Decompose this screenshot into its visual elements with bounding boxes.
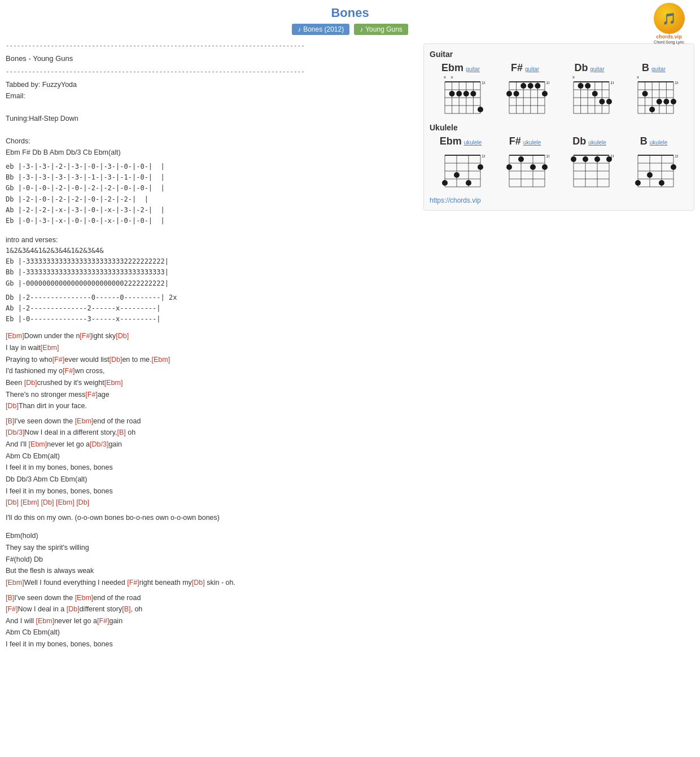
lyric-line: Abm Cb Ebm(alt) bbox=[6, 627, 412, 638]
lyric-text: end of the road bbox=[93, 594, 141, 602]
chord-link[interactable]: [Ebm] bbox=[41, 344, 59, 352]
song-tag[interactable]: ♪ Bones (2012) bbox=[292, 24, 349, 35]
chord-link[interactable]: [Ebm] bbox=[152, 356, 170, 364]
chord-link[interactable]: [Db] bbox=[76, 498, 89, 506]
lyric-text: age bbox=[98, 391, 110, 399]
lyric-line: [Db] [Ebm] [Db] [Ebm] [Db] bbox=[6, 497, 412, 509]
lyric-text: And I'll bbox=[6, 440, 29, 448]
lyric-line: Been [Db]crushed by it's weight[Ebm] bbox=[6, 377, 412, 389]
chord-link[interactable]: [F#] bbox=[97, 617, 110, 625]
guitar-chord-box: F# guitar 1fr bbox=[494, 62, 556, 117]
lyric-line: F#(hold) Db bbox=[6, 554, 412, 566]
chord-type-link[interactable]: ukulele bbox=[650, 139, 668, 146]
chord-link[interactable]: [Db/3] bbox=[6, 428, 24, 436]
svg-text:x: x bbox=[444, 75, 446, 80]
svg-point-36 bbox=[542, 91, 548, 97]
lyric-line: I feel it in my bones, bones, bones bbox=[6, 485, 412, 497]
page-title: Bones bbox=[0, 6, 700, 20]
artist-tag[interactable]: ♪ Young Guns bbox=[354, 24, 408, 35]
svg-point-50 bbox=[578, 83, 583, 89]
chord-link[interactable]: [Ebm] bbox=[75, 594, 94, 602]
lyric-line: [F#]Now I deal in a [Db]different story[… bbox=[6, 603, 412, 615]
chord-link[interactable]: [F#] bbox=[127, 579, 139, 587]
chord-type-link[interactable]: ukulele bbox=[588, 139, 606, 146]
lyric-text: I lay in wait bbox=[6, 344, 41, 352]
chord-name: Db bbox=[574, 62, 588, 74]
url-display[interactable]: https://chords.vip bbox=[430, 196, 688, 204]
blank-line-1 bbox=[6, 230, 412, 234]
chord-link[interactable]: [Db] bbox=[116, 332, 129, 340]
chord-link[interactable]: [B] bbox=[122, 605, 130, 613]
chord-link[interactable]: [F#] bbox=[80, 332, 92, 340]
chord-link[interactable]: [Db] bbox=[24, 379, 37, 387]
chord-link[interactable]: [Ebm] bbox=[104, 379, 123, 387]
main-layout: ----------------------------------------… bbox=[0, 38, 700, 653]
chord-link[interactable]: [F#] bbox=[85, 391, 98, 399]
svg-text:1fr: 1fr bbox=[546, 80, 549, 85]
lyric-text: ever would list bbox=[64, 356, 109, 364]
svg-text:1fr: 1fr bbox=[482, 80, 485, 85]
chord-link[interactable]: [Ebm] bbox=[6, 579, 24, 587]
chord-link[interactable]: [Db] bbox=[6, 498, 19, 506]
chord-link[interactable]: [Db] bbox=[67, 605, 80, 613]
divider-line-1: ----------------------------------------… bbox=[6, 41, 412, 51]
chord-link[interactable]: [F#] bbox=[63, 367, 75, 375]
svg-point-17 bbox=[470, 91, 476, 97]
guitar-chord-row: Ebm guitar 1frxx F# guitar 1fr Db guitar… bbox=[430, 62, 688, 117]
chord-link[interactable]: [B] bbox=[117, 428, 126, 436]
lyric-text: oh bbox=[126, 428, 135, 436]
lyric-line: But the flesh is always weak bbox=[6, 565, 412, 577]
svg-text:1fr: 1fr bbox=[610, 80, 614, 85]
music-icon: ♪ bbox=[298, 25, 301, 33]
chord-link[interactable]: [Ebm] bbox=[6, 332, 24, 340]
chord-link[interactable]: [Ebm] bbox=[20, 498, 39, 506]
chord-link[interactable]: [Ebm] bbox=[29, 440, 47, 448]
lyric-text: skin - oh. bbox=[205, 579, 235, 587]
artist-title: Bones - Young Guns bbox=[6, 53, 412, 65]
svg-point-113 bbox=[594, 156, 600, 162]
lyric-text: end of the road bbox=[93, 417, 141, 425]
lyric-line: [B]I've seen down the [Ebm]end of the ro… bbox=[6, 415, 412, 427]
svg-point-72 bbox=[671, 99, 676, 104]
person-icon: ♪ bbox=[360, 25, 363, 33]
svg-point-16 bbox=[463, 91, 469, 97]
chord-link[interactable]: [F#] bbox=[6, 605, 18, 613]
svg-point-68 bbox=[642, 91, 648, 97]
chord-link[interactable]: [F#] bbox=[53, 356, 65, 364]
chord-link[interactable]: [Ebm] bbox=[36, 617, 55, 625]
chord-link[interactable]: [B] bbox=[6, 594, 14, 602]
lyric-line: I lay in wait[Ebm] bbox=[6, 342, 412, 354]
svg-point-112 bbox=[583, 156, 588, 162]
chord-type-link[interactable]: guitar bbox=[525, 66, 539, 72]
right-panel: Guitar Ebm guitar 1frxx F# guitar 1fr Db… bbox=[418, 41, 700, 650]
chord-link[interactable]: [Db] bbox=[6, 402, 19, 410]
chord-type-link[interactable]: guitar bbox=[466, 66, 480, 72]
chord-diagram: 1fr bbox=[437, 148, 485, 191]
intro-tab: 1&2&3&4&1&2&3&4&1&2&3&4& Eb |-3333333333… bbox=[6, 246, 412, 289]
lyric-text: ight sky bbox=[92, 332, 116, 340]
lyric-text: Now I deal in a different story, bbox=[24, 428, 117, 436]
svg-point-52 bbox=[592, 91, 597, 97]
chord-link[interactable]: [Db] bbox=[41, 498, 54, 506]
guitar-chord-box: Ebm guitar 1frxx bbox=[430, 62, 492, 117]
svg-point-71 bbox=[663, 99, 669, 104]
chord-link[interactable]: [Db] bbox=[192, 579, 205, 587]
tag-row: ♪ Bones (2012) ♪ Young Guns bbox=[0, 24, 700, 35]
lyric-text: I'd fashioned my o bbox=[6, 367, 63, 375]
chord-type-link[interactable]: ukulele bbox=[464, 139, 482, 146]
ukulele-chord-box: Ebm ukulele 1fr bbox=[430, 135, 492, 191]
tab-info: Tabbed by: FuzzyYoda Email: Tuning:Half-… bbox=[6, 79, 412, 158]
chord-link[interactable]: [Ebm] bbox=[75, 417, 94, 425]
lyric-line: Db Db/3 Abm Cb Ebm(alt) bbox=[6, 474, 412, 485]
lyric-line: Ebm(hold) bbox=[6, 530, 412, 542]
chord-link[interactable]: [B] bbox=[6, 417, 14, 425]
chord-type-link[interactable]: guitar bbox=[651, 66, 666, 72]
lyric-text: Well I found everything I needed bbox=[24, 579, 128, 587]
chord-link[interactable]: [Db] bbox=[109, 356, 122, 364]
svg-text:1fr: 1fr bbox=[675, 154, 678, 159]
svg-point-54 bbox=[606, 99, 612, 104]
chord-link[interactable]: [Db/3] bbox=[90, 440, 108, 448]
chord-type-link[interactable]: guitar bbox=[590, 66, 604, 72]
chord-type-link[interactable]: ukulele bbox=[523, 139, 541, 146]
chord-link[interactable]: [Ebm] bbox=[56, 498, 75, 506]
